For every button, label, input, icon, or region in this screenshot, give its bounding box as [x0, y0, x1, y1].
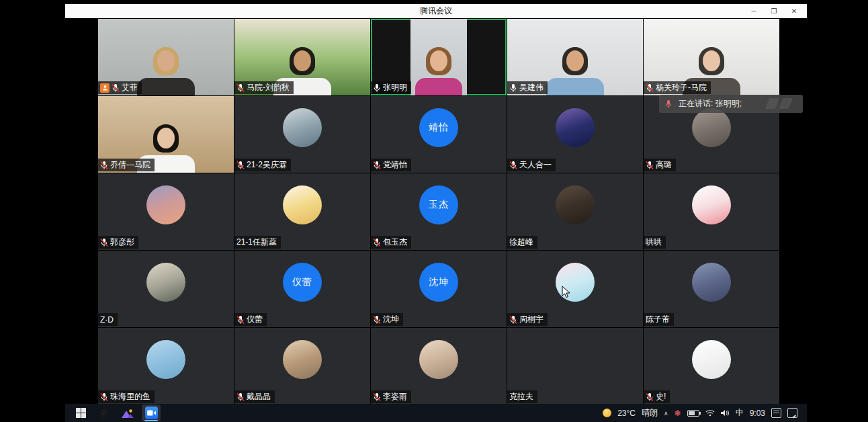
participant-name: 史!	[656, 391, 666, 403]
avatar-initials: 仪蕾	[292, 276, 312, 288]
window-title: 腾讯会议	[420, 5, 452, 17]
avatar-initials: 沈坤	[429, 276, 449, 288]
participant-tile[interactable]: 吴建伟	[507, 19, 643, 95]
host-icon	[100, 83, 110, 93]
weather-temp[interactable]: 23°C	[617, 409, 636, 418]
participant-name: 陈子芾	[646, 314, 670, 325]
fireworks-night-photo	[556, 108, 595, 147]
close-button[interactable]: ✕	[784, 4, 804, 17]
taskbar-apps: S	[65, 405, 161, 421]
participant-tile[interactable]: 艾菲	[98, 19, 234, 95]
ime-indicator[interactable]: 中	[736, 407, 744, 419]
cat-on-couch-photo	[283, 340, 322, 379]
participant-tile[interactable]: 陈子芾	[644, 251, 779, 327]
mic-on-icon	[509, 83, 517, 93]
participant-name-label: 21-2吴庆霖	[234, 159, 291, 171]
participant-name: 张明明	[383, 82, 407, 93]
participant-name-label: 21-1任新蕊	[234, 236, 281, 249]
cat-photo	[692, 108, 731, 147]
watermark-chevron-icon	[779, 98, 793, 109]
participant-tile[interactable]: 玉杰 包玉杰	[371, 173, 507, 250]
participant-name-label: 克拉夫	[507, 390, 537, 403]
participant-name: 郭彦彤	[110, 237, 134, 248]
mic-muted-icon	[646, 161, 654, 170]
participant-name: 沈坤	[383, 314, 399, 325]
sailing-ship-photo	[283, 108, 322, 147]
participant-name: 戴晶晶	[247, 391, 271, 403]
participant-tile[interactable]: 张明明	[371, 19, 507, 95]
participant-tile[interactable]: 沈坤 沈坤	[371, 251, 507, 327]
participant-tile[interactable]: 周桐宇	[507, 251, 643, 327]
app-icon-s[interactable]: S	[95, 405, 114, 421]
mic-muted-icon	[236, 83, 245, 93]
participant-name: 仪蕾	[247, 314, 263, 325]
mouse-cursor	[562, 286, 570, 298]
blue-initials-circle: 沈坤	[419, 263, 458, 302]
participant-name-label: 包玉杰	[371, 236, 411, 249]
participant-tile[interactable]: 杨关玲子-马院	[644, 19, 779, 95]
participant-name-label: 乔倩—马院	[98, 159, 155, 171]
participant-tile[interactable]: 戴晶晶	[234, 328, 370, 405]
restore-button[interactable]: ❐	[764, 4, 784, 17]
mic-muted-icon	[646, 392, 654, 402]
participant-tile[interactable]: 仪蕾 仪蕾	[234, 251, 370, 327]
windows-start-icon[interactable]	[71, 405, 90, 421]
participant-name-label: 马院-刘韵秋	[234, 81, 294, 94]
participant-tile[interactable]: 史!	[644, 328, 779, 405]
notification-center-icon[interactable]	[771, 408, 781, 418]
tray-expand-icon[interactable]: ∧	[664, 410, 668, 417]
clock[interactable]: 9:03	[750, 409, 765, 418]
speaking-mic-icon	[664, 99, 672, 109]
participant-tile[interactable]: 李姿雨	[371, 328, 507, 405]
participant-tile[interactable]: 乔倩—马院	[98, 96, 234, 173]
participant-tile[interactable]: 天人合一	[507, 96, 643, 173]
mic-on-icon	[373, 83, 381, 93]
minimize-button[interactable]: ─	[744, 4, 764, 17]
mic-muted-icon	[373, 238, 381, 247]
participant-tile[interactable]: Z·D	[98, 251, 234, 327]
participant-tile[interactable]: 21-2吴庆霖	[234, 96, 370, 173]
mic-muted-icon	[236, 315, 245, 325]
participant-tile[interactable]: 马院-刘韵秋	[234, 19, 370, 95]
weather-desc[interactable]: 晴朗	[642, 407, 658, 419]
touch-keyboard-icon[interactable]	[787, 408, 797, 418]
participant-name-label: 吴建伟	[507, 81, 548, 94]
participant-name-label: 哄哄	[644, 236, 666, 249]
participant-tile[interactable]: 21-1任新蕊	[234, 173, 370, 250]
tencent-meeting-icon[interactable]	[142, 405, 161, 421]
mic-muted-icon	[100, 161, 108, 170]
battery-icon[interactable]	[687, 410, 699, 417]
mountain-app-icon[interactable]	[118, 405, 137, 421]
participant-tile[interactable]: 郭彦彤	[98, 173, 234, 250]
participant-tile[interactable]: 珠海里的鱼	[98, 328, 234, 405]
participant-name-label: 高璐	[644, 159, 676, 171]
participant-tile[interactable]: 靖怡 党靖怡	[371, 96, 507, 173]
mic-muted-icon	[100, 238, 108, 247]
blue-initials-circle: 靖怡	[419, 108, 458, 147]
weather-sun-icon[interactable]	[603, 409, 611, 417]
participant-name: 吴建伟	[519, 82, 544, 93]
person-silhouette	[410, 47, 467, 95]
mic-muted-icon	[509, 161, 517, 170]
participant-name: 21-2吴庆霖	[247, 159, 287, 171]
speaker-icon[interactable]	[721, 409, 730, 417]
participant-tile[interactable]: 克拉夫	[507, 328, 643, 405]
participant-name-label: 戴晶晶	[234, 390, 275, 403]
mic-muted-icon	[236, 161, 245, 170]
window-titlebar: 腾讯会议 ─ ❐ ✕	[65, 4, 807, 18]
participant-tile[interactable]: 徐超峰	[507, 173, 643, 250]
participant-grid: 艾菲 马院-刘韵秋	[98, 19, 779, 405]
streetlight-sky-photo	[146, 340, 185, 379]
participant-tile[interactable]: 哄哄	[644, 173, 779, 250]
participant-name: 克拉夫	[509, 391, 533, 403]
book-level5-photo	[146, 263, 185, 302]
participant-name: 哄哄	[646, 237, 662, 248]
participant-name: 乔倩—马院	[110, 159, 150, 171]
participant-name: 21-1任新蕊	[236, 237, 277, 248]
tray-app-swirl-icon[interactable]: ❃	[675, 409, 681, 418]
mic-muted-icon	[646, 83, 654, 93]
participant-name-label: 张明明	[371, 81, 411, 94]
wifi-icon[interactable]	[705, 409, 715, 417]
participant-name-label: 徐超峰	[507, 236, 537, 249]
participant-name-label: 史!	[644, 390, 670, 403]
